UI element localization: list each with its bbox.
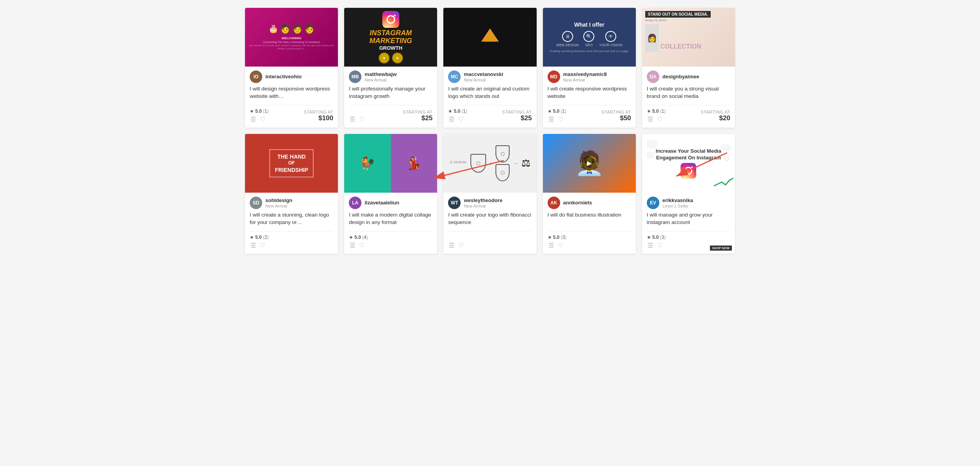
- card-4-seller-name[interactable]: massivedynamic8: [563, 71, 607, 78]
- card-9-list-btn[interactable]: ☰: [548, 241, 555, 250]
- card-7-title[interactable]: I will make a modern digital collage des…: [349, 211, 432, 226]
- sucasa-logo-icon: [478, 25, 502, 49]
- card-7: 🐓 💃 LA lizavetaaleliun I will make a: [344, 134, 437, 254]
- card-8-actions: ☰ ♡: [448, 241, 465, 250]
- card-1-image: 🎂 🧑 🧑 🧑 WELCOMING Connecting The Dots, C…: [245, 8, 338, 67]
- card-6-list-btn[interactable]: ☰: [250, 241, 257, 250]
- card-5-subtitle: design by aimee: [645, 18, 667, 22]
- card-2-footer: ☰ ♡ STARTING AT $25: [349, 105, 432, 124]
- card-3-avatar: MC: [448, 70, 461, 83]
- card-4: What I offer 🖥 WEB DESIGN 🔍 SEO 👁 YOU: [543, 8, 636, 128]
- card-2: INSTAGRAMMARKETING GROWTH ★ ★ MB: [344, 8, 437, 128]
- card-4-title[interactable]: I will create responsive wordpress websi…: [548, 85, 631, 100]
- heart-icon: ♡: [724, 155, 730, 163]
- card-10-engage-title: Increase Your Social Media Engagement On…: [645, 148, 732, 161]
- card-9-footer: ★ 5.0 (3) ☰ ♡: [548, 231, 631, 250]
- card-2-actions: ☰ ♡: [349, 115, 365, 124]
- card-5-heart-btn[interactable]: ♡: [656, 115, 663, 124]
- card-6-seller-name[interactable]: sohldesign: [265, 197, 292, 204]
- card-5-title[interactable]: I will create you a strong visual brand …: [647, 85, 730, 100]
- card-5-seller-info: DA designbyaimee: [647, 70, 730, 83]
- card-5-actions: ☰ ♡: [647, 115, 666, 124]
- card-3-title[interactable]: I will create an original and custom log…: [448, 85, 532, 100]
- card-3-seller-info: MC maccvetanovski New Arrival: [448, 70, 532, 83]
- svg-point-2: [394, 15, 396, 16]
- card-3: MC maccvetanovski New Arrival I will cre…: [443, 8, 536, 128]
- shield-small-icon: ⬡: [470, 154, 486, 173]
- card-1-list-btn[interactable]: ☰: [250, 115, 257, 124]
- card-2-body: MB matthewbajw New Arrival I will profes…: [344, 67, 437, 128]
- card-1-starting-label: STARTING AT: [303, 110, 333, 114]
- card-5-body: DA designbyaimee I will create you a str…: [642, 67, 735, 128]
- card-7-seller-name[interactable]: lizavetaaleliun: [365, 200, 399, 206]
- card-5-list-btn[interactable]: ☰: [647, 115, 654, 124]
- svg-rect-0: [382, 11, 399, 28]
- card-7-heart-btn[interactable]: ♡: [358, 241, 365, 250]
- card-8-seller-info: WT wesleytheodore New Arrival: [448, 197, 532, 209]
- card-2-seller-name[interactable]: matthewbajw: [365, 71, 397, 78]
- card-3-body: MC maccvetanovski New Arrival I will cre…: [443, 67, 536, 128]
- card-3-heart-btn[interactable]: ♡: [457, 115, 465, 124]
- card-9-rating: ★ 5.0 (3): [548, 235, 566, 240]
- card-8-title[interactable]: I will create your logo with fibonacci s…: [448, 211, 532, 226]
- card-5-seller-name[interactable]: designbyaimee: [662, 74, 699, 80]
- card-8-heart-btn[interactable]: ♡: [457, 241, 465, 250]
- card-2-image: INSTAGRAMMARKETING GROWTH ★ ★: [344, 8, 437, 67]
- card-8-list-btn[interactable]: ☰: [448, 241, 455, 250]
- play-button-icon[interactable]: ▶: [582, 156, 596, 170]
- card-5-price-section: STARTING AT $20: [701, 110, 730, 122]
- card-6-hand-text: THE HAND OF FRIENDSHIP: [269, 149, 314, 177]
- card-10-rating: ★ 5.0 (3): [647, 235, 666, 240]
- card-5-tag: STAND OUT ON SOCIAL MEDIA.: [645, 11, 711, 18]
- card-5-avatar: DA: [647, 70, 659, 83]
- card-6-heart-btn[interactable]: ♡: [259, 241, 266, 250]
- card-1-seller-name[interactable]: interactiveohio: [265, 74, 301, 80]
- card-3-price-section: STARTING AT $25: [502, 110, 532, 122]
- card-4-badge: New Arrival: [563, 78, 607, 82]
- card-8-seller-name[interactable]: wesleytheodore: [464, 197, 502, 204]
- card-1-body: IO interactiveohio I will design respons…: [245, 67, 338, 128]
- card-4-list-btn[interactable]: ☰: [548, 115, 555, 124]
- card-8-avatar: WT: [448, 197, 461, 209]
- card-2-list-btn[interactable]: ☰: [349, 115, 356, 124]
- card-1-avatar: IO: [250, 70, 262, 83]
- card-4-heart-btn[interactable]: ♡: [557, 115, 564, 124]
- card-9-seller-name[interactable]: annkorniets: [563, 200, 592, 206]
- card-10-title[interactable]: I will manage and grow your instagram ac…: [647, 211, 730, 226]
- card-1-title[interactable]: I will design responsive wordpress websi…: [250, 85, 333, 100]
- card-7-rating: ★ 5.0 (4): [349, 235, 368, 240]
- shield-medium-icon: ⬡: [495, 145, 510, 163]
- card-7-footer: ★ 5.0 (4) ☰ ♡: [349, 231, 432, 250]
- card-2-title[interactable]: I will professionally manage your instag…: [349, 85, 432, 100]
- instagram-logo-icon: [381, 11, 401, 28]
- card-5-image: STAND OUT ON SOCIAL MEDIA. design by aim…: [642, 8, 735, 67]
- card-4-avatar: MD: [548, 70, 560, 83]
- card-7-list-btn[interactable]: ☰: [349, 241, 356, 250]
- card-6-image: THE HAND OF FRIENDSHIP: [245, 134, 338, 193]
- card-8: O Símbolo ⬡ + ⬡ ⬡ → ⚖: [443, 134, 536, 254]
- card-2-starting-label: STARTING AT: [403, 110, 433, 114]
- card-10-seller-name[interactable]: erikkvasnika: [662, 197, 693, 204]
- card-9-heart-btn[interactable]: ♡: [557, 241, 564, 250]
- card-9-title[interactable]: I will do flat business illustration: [548, 211, 631, 226]
- card-10-actions: ☰ ♡: [647, 241, 666, 250]
- card-1-heart-btn[interactable]: ♡: [259, 115, 266, 124]
- card-6-rating: ★ 5.0 (2): [250, 235, 269, 240]
- card-3-list-btn[interactable]: ☰: [448, 115, 455, 124]
- card-4-rating: ★ 5.0 (1): [548, 108, 566, 114]
- card-2-title-line1: INSTAGRAMMARKETING: [369, 29, 412, 45]
- card-1-price-section: STARTING AT $100: [303, 110, 333, 122]
- card-9-image: 🧑‍💼 ▶: [543, 134, 636, 193]
- card-8-badge: New Arrival: [464, 204, 502, 208]
- card-6-body: SD sohldesign New Arrival I will create …: [245, 193, 338, 254]
- card-10-list-btn[interactable]: ☰: [647, 241, 654, 250]
- card-3-seller-name[interactable]: maccvetanovski: [464, 71, 503, 78]
- card-10-heart-btn[interactable]: ♡: [656, 241, 663, 250]
- card-2-seller-info: MB matthewbajw New Arrival: [349, 70, 432, 83]
- card-2-heart-btn[interactable]: ♡: [358, 115, 365, 124]
- card-1-rating: ★ 5.0 (1): [250, 108, 269, 114]
- card-1-seller-info: IO interactiveohio: [250, 70, 333, 83]
- chat-bubble-1-icon: [646, 140, 658, 148]
- card-6-seller-info: SD sohldesign New Arrival: [250, 197, 333, 209]
- card-6-title[interactable]: I will create a stunning, clean logo for…: [250, 211, 333, 226]
